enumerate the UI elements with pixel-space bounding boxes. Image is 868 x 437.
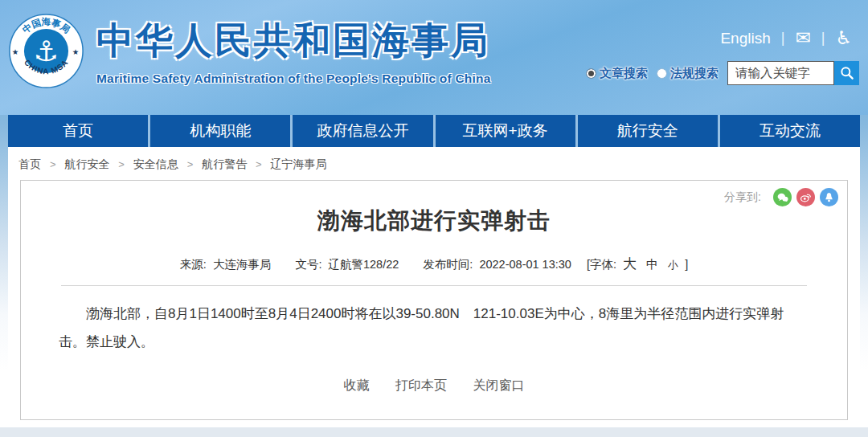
font-size-medium-button[interactable]: 中 [646, 257, 658, 271]
search-box [727, 61, 859, 85]
font-switch-suffix: ] [685, 258, 688, 271]
breadcrumb: 首页 > 航行安全 > 安全信息 > 航行警告 > 辽宁海事局 [8, 147, 860, 180]
wechat-share-icon[interactable] [773, 188, 792, 206]
close-window-button[interactable]: 关闭窗口 [473, 378, 524, 392]
font-size-large-button[interactable]: 大 [623, 256, 637, 272]
mail-icon[interactable]: ✉ [795, 29, 810, 47]
breadcrumb-nav-warning[interactable]: 航行警告 [202, 157, 247, 170]
meta-source: 来源: 大连海事局 [180, 258, 275, 271]
article-body-text: 渤海北部，自8月1日1400时至8月4日2400时将在以39-50.80N 12… [59, 300, 809, 356]
breadcrumb-nav-safety[interactable]: 航行安全 [64, 157, 109, 170]
meta-doc-value: 辽航警128/22 [328, 258, 399, 271]
font-size-small-button[interactable]: 小 [668, 259, 678, 271]
page-body: 首页 > 航行安全 > 安全信息 > 航行警告 > 辽宁海事局 分享到: [8, 147, 860, 427]
msa-logo: 中国海事局 CHINA MSA ★ ★ ⚓ [8, 13, 84, 89]
radio-regulation-unselected[interactable] [657, 68, 667, 79]
meta-source-value: 大连海事局 [213, 258, 272, 271]
footer-band [0, 427, 868, 437]
accessibility-icon[interactable]: ♿ [835, 29, 852, 47]
radio-article-selected[interactable] [586, 68, 596, 79]
search-scope-article[interactable]: 文章搜索 [586, 66, 648, 81]
radio-regulation-label: 法规搜索 [670, 66, 719, 81]
star-icon: ★ [12, 47, 19, 56]
meta-doc-label: 文号: [295, 258, 321, 271]
breadcrumb-separator: > [256, 158, 262, 170]
radio-article-label: 文章搜索 [600, 66, 648, 81]
search-scope-regulation[interactable]: 法规搜索 [657, 66, 719, 81]
anchor-icon: ⚓ [34, 35, 59, 67]
meta-doc-number: 文号: 辽航警128/22 [295, 258, 402, 271]
meta-time-label: 发布时间: [423, 258, 473, 271]
page: 中国海事局 CHINA MSA ★ ★ ⚓ 中华人民共和国海事局 Maritim… [0, 0, 868, 437]
favorite-button[interactable]: 收藏 [344, 378, 370, 392]
meta-divider [61, 285, 807, 286]
utility-separator: | [821, 30, 825, 47]
star-icon: ★ [72, 47, 80, 56]
breadcrumb-separator: > [50, 158, 56, 170]
article-meta: 来源: 大连海事局 文号: 辽航警128/22 发布时间: 2022-08-01… [21, 255, 847, 273]
article-title: 渤海北部进行实弹射击 [21, 181, 847, 236]
breadcrumb-liaoning-msa[interactable]: 辽宁海事局 [271, 157, 327, 170]
share-label: 分享到: [724, 190, 761, 205]
english-link[interactable]: English [720, 30, 770, 47]
main-nav: 首页 机构职能 政府信息公开 互联网+政务 航行安全 互动交流 [8, 115, 860, 147]
nav-item-interaction[interactable]: 互动交流 [718, 115, 860, 147]
search-input[interactable] [727, 61, 834, 85]
header-utility-links: English | ✉ | ♿ [720, 29, 852, 47]
nav-item-internet-gov[interactable]: 互联网+政务 [433, 115, 575, 147]
meta-source-label: 来源: [180, 258, 207, 271]
site-brand: 中华人民共和国海事局 Maritime Safety Administratio… [96, 16, 490, 86]
site-title-en: Maritime Safety Administration of the Pe… [96, 71, 490, 86]
search-area: 文章搜索 法规搜索 [586, 61, 859, 85]
meta-publish-time: 发布时间: 2022-08-01 13:30 [423, 258, 575, 271]
search-icon [839, 65, 855, 81]
utility-separator: | [781, 30, 785, 47]
breadcrumb-separator: > [187, 158, 194, 170]
nav-item-gov-info[interactable]: 政府信息公开 [290, 115, 432, 147]
nav-item-nav-safety[interactable]: 航行安全 [575, 115, 718, 147]
share-row: 分享到: [724, 188, 838, 206]
breadcrumb-safety-info[interactable]: 安全信息 [133, 157, 178, 170]
article-box: 分享到: [20, 180, 848, 420]
article-actions: 收藏 打印本页 关闭窗口 [21, 378, 847, 394]
breadcrumb-home[interactable]: 首页 [18, 157, 41, 170]
search-button[interactable] [834, 61, 859, 85]
qq-share-icon[interactable] [820, 188, 838, 206]
nav-item-functions[interactable]: 机构职能 [148, 115, 290, 147]
weibo-share-icon[interactable] [796, 188, 815, 206]
breadcrumb-separator: > [118, 158, 125, 170]
nav-item-home[interactable]: 首页 [8, 115, 148, 147]
meta-time-value: 2022-08-01 13:30 [479, 258, 571, 271]
font-size-switcher: [字体: 大 中 小 ] [587, 258, 688, 271]
site-title-cn: 中华人民共和国海事局 [96, 16, 490, 66]
print-page-button[interactable]: 打印本页 [395, 378, 447, 392]
site-header: 中国海事局 CHINA MSA ★ ★ ⚓ 中华人民共和国海事局 Maritim… [0, 0, 868, 115]
font-switch-prefix: [字体: [587, 258, 616, 271]
